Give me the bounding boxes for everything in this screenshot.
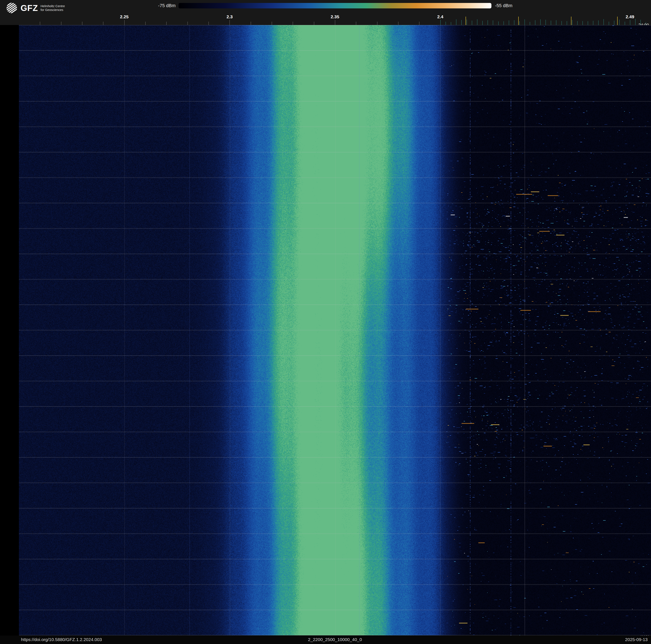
spectrogram-page: GFZ Helmholtz Centre for Geosciences -75… xyxy=(0,0,651,644)
colorbar-max-label: -55 dBm xyxy=(495,3,537,8)
footer-bar: https://doi.org/10.5880/GFZ.1.2.2024.003… xyxy=(0,636,651,644)
freq-tick-label: 2.4 xyxy=(437,14,443,19)
minor-tick xyxy=(272,22,272,25)
wifi-channel-tick xyxy=(503,21,504,25)
wifi-channel-tick xyxy=(535,20,535,25)
colorbar-gradient xyxy=(179,3,491,8)
colorbar-min-label: -75 dBm xyxy=(145,3,176,8)
minor-tick xyxy=(377,22,377,25)
freq-tick-label: 2.25 xyxy=(120,14,128,19)
wifi-channel-tick xyxy=(445,22,446,25)
minor-tick xyxy=(124,20,125,25)
wifi-channel-marker-tick xyxy=(466,17,466,25)
wifi-channel-tick xyxy=(546,20,546,25)
wifi-channel-tick xyxy=(588,21,588,25)
minor-tick xyxy=(103,22,103,25)
wifi-channel-tick xyxy=(619,20,620,25)
wifi-channel-tick xyxy=(498,22,499,25)
freq-tick-label: 2.49 xyxy=(626,14,634,19)
freq-tick-label: 2.3 xyxy=(226,14,233,19)
wifi-channel-tick xyxy=(509,20,509,25)
minor-tick xyxy=(356,22,356,25)
minor-tick xyxy=(61,22,61,25)
minor-tick xyxy=(229,20,230,25)
wifi-channel-tick xyxy=(625,22,625,25)
dataset-filename: 2_2200_2500_10000_40_0 xyxy=(308,636,362,644)
gfz-logo-icon xyxy=(6,2,18,14)
logo-subtitle-line2: for Geosciences xyxy=(40,8,65,12)
minor-tick xyxy=(419,22,420,25)
minor-tick xyxy=(145,22,146,25)
wifi-channel-marker-tick xyxy=(571,17,571,25)
wifi-channel-tick xyxy=(577,21,578,25)
freq-tick-label: 2.35 xyxy=(331,14,339,19)
wifi-channel-tick xyxy=(593,21,593,25)
spectrogram-canvas xyxy=(19,25,651,635)
doi-link[interactable]: https://doi.org/10.5880/GFZ.1.2.2024.003 xyxy=(21,636,102,644)
footer-date: 2025-09-13 xyxy=(625,636,648,644)
gfz-logo: GFZ Helmholtz Centre for Geosciences xyxy=(6,2,65,14)
top-header-bar: GFZ Helmholtz Centre for Geosciences -75… xyxy=(0,0,651,25)
logo-subtitle: Helmholtz Centre for Geosciences xyxy=(40,4,65,12)
wifi-channel-tick xyxy=(451,22,451,25)
minor-tick xyxy=(40,22,40,25)
wifi-channel-tick xyxy=(530,22,530,25)
logo-wordmark: GFZ xyxy=(21,3,38,13)
wifi-channel-tick xyxy=(440,20,441,25)
wifi-channel-tick xyxy=(614,21,614,25)
wifi-channel-marker-tick xyxy=(518,17,519,25)
wifi-channel-tick xyxy=(472,21,472,25)
minor-tick xyxy=(251,22,251,25)
wifi-channel-tick xyxy=(603,19,604,25)
wifi-channel-tick xyxy=(556,20,556,25)
logo-subtitle-line1: Helmholtz Centre xyxy=(40,4,65,8)
wifi-channel-tick xyxy=(567,21,567,25)
minor-tick xyxy=(335,20,335,25)
wifi-channel-marker-tick xyxy=(617,17,618,25)
wifi-channel-tick xyxy=(461,20,462,25)
wifi-channel-tick xyxy=(477,19,477,25)
wifi-channel-tick xyxy=(488,20,488,25)
wifi-channel-tick xyxy=(519,21,520,25)
